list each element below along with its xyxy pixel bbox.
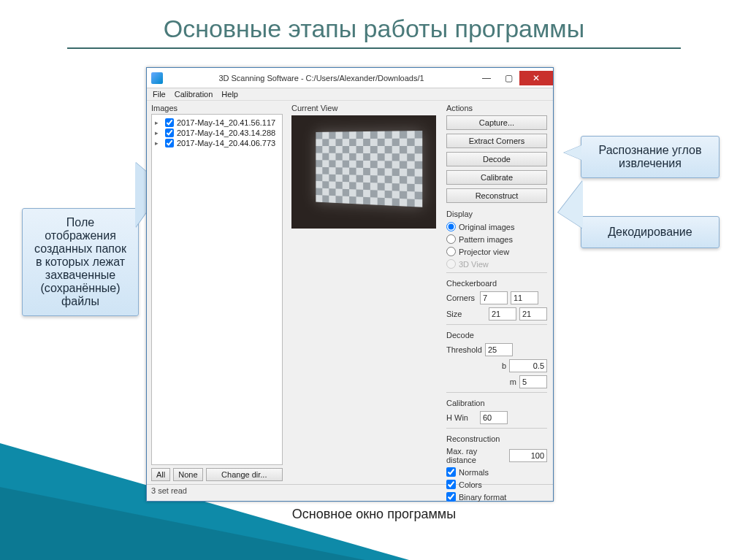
callout-pointer [564, 145, 581, 160]
radio-original[interactable]: Original images [446, 221, 547, 232]
maximize-button[interactable]: ▢ [497, 71, 519, 85]
radio-projector[interactable]: Projector view [446, 246, 547, 257]
status-text: 3 set read [151, 486, 187, 495]
b-label: b [446, 361, 506, 370]
all-button[interactable]: All [151, 468, 170, 481]
b-input[interactable]: 0.5 [509, 359, 547, 372]
corners-row: Corners 7 11 [446, 291, 547, 305]
close-button[interactable]: ✕ [519, 71, 553, 85]
size-x-input[interactable]: 21 [489, 307, 516, 321]
images-tree[interactable]: ▸ 2017-May-14_20.41.56.117 ▸ 2017-May-14… [151, 114, 283, 465]
calibrate-button[interactable]: Calibrate [446, 170, 547, 185]
checkerboard-projection [316, 131, 422, 207]
menu-file[interactable]: File [153, 90, 166, 99]
decode-section-label: Decode [446, 331, 547, 340]
menu-help[interactable]: Help [221, 90, 238, 99]
actions-panel: Actions Capture... Extract Corners Decod… [440, 101, 553, 484]
display-label: Display [446, 210, 547, 218]
none-button[interactable]: None [173, 468, 202, 481]
app-icon [151, 72, 163, 84]
separator [446, 392, 547, 393]
threshold-input[interactable]: 25 [485, 343, 513, 356]
tree-item-label: 2017-May-14_20.41.56.117 [177, 118, 275, 127]
tree-item[interactable]: ▸ 2017-May-14_20.44.06.773 [153, 138, 280, 148]
hwin-row: H Win 60 [446, 410, 547, 425]
decode-button[interactable]: Decode [446, 152, 547, 166]
menu-calibration[interactable]: Calibration [175, 90, 213, 99]
images-buttons: All None Change dir... [151, 468, 283, 481]
check-label: Normals [459, 468, 489, 477]
checkerboard-label: Checkerboard [446, 279, 547, 288]
reconstruct-button[interactable]: Reconstruct [446, 188, 547, 203]
change-dir-button[interactable]: Change dir... [206, 468, 283, 481]
corners-x-input[interactable]: 7 [480, 291, 508, 304]
preview-image [291, 115, 436, 229]
separator [446, 272, 547, 273]
callout-text: Распознание углов извлечения [598, 144, 701, 169]
threshold-label: Threshold [446, 345, 482, 354]
slide-caption: Основное окно программы [0, 507, 748, 522]
colors-check[interactable]: Colors [446, 479, 547, 490]
app-window: 3D Scanning Software - C:/Users/Alexande… [146, 67, 554, 502]
radio-pattern[interactable]: Pattern images [446, 234, 547, 245]
tree-checkbox[interactable] [165, 139, 174, 147]
window-body: Images ▸ 2017-May-14_20.41.56.117 ▸ 2017… [147, 101, 553, 484]
tree-item-label: 2017-May-14_20.43.14.288 [177, 129, 275, 137]
caret-icon[interactable]: ▸ [155, 139, 162, 147]
size-label: Size [446, 310, 486, 318]
maxray-label: Max. ray distance [446, 447, 506, 464]
images-panel: Images ▸ 2017-May-14_20.41.56.117 ▸ 2017… [147, 101, 287, 484]
tree-checkbox[interactable] [165, 118, 174, 127]
menubar: File Calibration Help [147, 88, 553, 101]
threshold-row: Threshold 25 [446, 342, 547, 357]
m-label: m [446, 377, 516, 386]
callout-decode: Декодирование [581, 216, 720, 248]
titlebar: 3D Scanning Software - C:/Users/Alexande… [147, 68, 553, 88]
size-row: Size 21 21 [446, 307, 547, 321]
radio-label: Original images [459, 223, 514, 231]
actions-label: Actions [446, 104, 547, 112]
checkbox[interactable] [446, 467, 456, 477]
capture-button[interactable]: Capture... [446, 115, 547, 130]
checkbox[interactable] [446, 492, 456, 502]
caret-icon[interactable]: ▸ [155, 119, 162, 126]
m-input[interactable]: 5 [519, 375, 547, 388]
reconstruction-label: Reconstruction [446, 434, 547, 443]
radio-input[interactable] [446, 234, 456, 244]
minimize-button[interactable]: — [476, 71, 497, 85]
tree-item[interactable]: ▸ 2017-May-14_20.41.56.117 [153, 118, 280, 128]
radio-3d: 3D View [446, 258, 547, 269]
window-controls: — ▢ ✕ [476, 71, 553, 85]
radio-label: Projector view [459, 248, 509, 256]
maxray-input[interactable]: 100 [509, 449, 547, 462]
callout-pointer [558, 180, 583, 229]
corners-y-input[interactable]: 11 [511, 291, 538, 304]
title-underline [67, 47, 681, 49]
radio-label: Pattern images [459, 235, 513, 244]
calibration-label: Calibration [446, 399, 547, 407]
current-view-label: Current View [291, 104, 436, 112]
tree-item[interactable]: ▸ 2017-May-14_20.43.14.288 [153, 128, 280, 138]
extract-corners-button[interactable]: Extract Corners [446, 134, 547, 148]
tree-item-label: 2017-May-14_20.44.06.773 [177, 139, 275, 147]
hwin-label: H Win [446, 413, 477, 422]
binary-check[interactable]: Binary format [446, 491, 547, 502]
b-row: b 0.5 [446, 358, 547, 373]
tree-checkbox[interactable] [165, 129, 174, 137]
separator [446, 324, 547, 325]
check-label: Colors [459, 480, 482, 489]
radio-input[interactable] [446, 222, 456, 231]
separator [446, 428, 547, 429]
hwin-input[interactable]: 60 [480, 411, 508, 424]
callout-left-panel: Поле отображения созданных папок в котор… [22, 208, 139, 316]
radio-input[interactable] [446, 247, 456, 256]
caret-icon[interactable]: ▸ [155, 129, 162, 137]
normals-check[interactable]: Normals [446, 467, 547, 477]
radio-input [446, 259, 456, 269]
size-y-input[interactable]: 21 [519, 307, 547, 321]
maxray-row: Max. ray distance 100 [446, 446, 547, 465]
checkbox[interactable] [446, 480, 456, 489]
callout-text: Поле отображения созданных папок в котор… [34, 216, 126, 307]
current-view-panel: Current View [287, 101, 440, 484]
m-row: m 5 [446, 375, 547, 389]
